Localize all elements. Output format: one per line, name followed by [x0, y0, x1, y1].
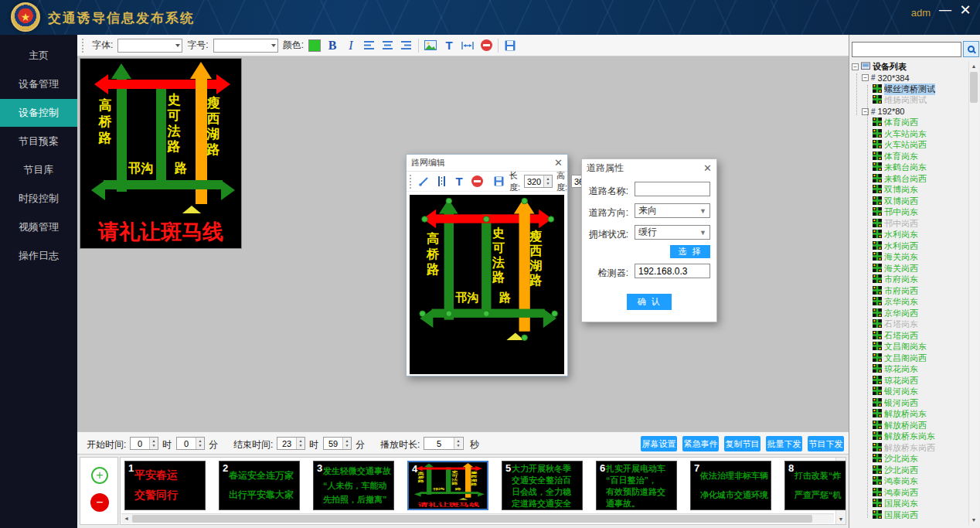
close-icon[interactable]: ✕	[703, 162, 712, 174]
draw-line-icon[interactable]	[417, 174, 430, 189]
draw-road-icon[interactable]	[434, 174, 448, 189]
dialog-titlebar[interactable]: 道路属性 ✕	[582, 159, 716, 176]
device-search-input[interactable]	[852, 42, 961, 57]
tree-device-item[interactable]: 邗中岗西	[850, 218, 970, 230]
scroll-down-icon[interactable]: ▼	[969, 515, 978, 525]
tree-group[interactable]: −#320*384	[850, 73, 970, 84]
end-hour-stepper[interactable]: ▲▼	[277, 437, 305, 450]
program-thumbnail-4[interactable]: 4高桥路史可法路瘦西湖路邗沟路请礼让斑马线	[407, 461, 488, 510]
tree-device-item[interactable]: 来鹤台岗西	[850, 173, 970, 185]
sidebar-item-6[interactable]: 视频管理	[0, 213, 77, 241]
size-select[interactable]	[213, 39, 278, 53]
insert-image-icon[interactable]	[424, 38, 437, 53]
tree-device-item[interactable]: 邗中岗东	[850, 207, 970, 219]
congestion-select[interactable]: 缓行▼	[635, 225, 710, 240]
tree-device-item[interactable]: 双博岗东	[850, 185, 970, 196]
sidebar-item-1[interactable]: 设备管理	[0, 70, 77, 98]
edit-handle[interactable]	[421, 216, 428, 222]
sidebar-item-0[interactable]: 主页	[0, 42, 77, 70]
tree-device-item[interactable]: 银河岗西	[850, 397, 970, 409]
select-button[interactable]: 选 择	[670, 245, 710, 258]
horizontal-scrollbar[interactable]: ◄	[121, 513, 834, 523]
edit-handle[interactable]	[445, 197, 452, 203]
action-button-1[interactable]: 紧急事件	[682, 436, 719, 451]
align-right-icon[interactable]	[400, 38, 413, 53]
tree-device-item[interactable]: 体育岗西	[850, 118, 970, 129]
tree-device-item[interactable]: 银河岗东	[850, 387, 970, 398]
scroll-up-icon[interactable]: ▲	[969, 61, 978, 71]
tree-device-item[interactable]: 京华岗东	[850, 297, 970, 308]
tree-device-item[interactable]: 解放桥东岗东	[850, 431, 970, 443]
program-thumbnail-3[interactable]: 3发生轻微交通事故“人未伤，车能动先拍照，后撤离”	[313, 461, 394, 510]
spinner-arrows-icon[interactable]: ▲▼	[196, 438, 204, 449]
tree-device-item[interactable]: 石塔岗东	[850, 319, 970, 331]
tree-device-item[interactable]: 维扬岗测试	[850, 95, 970, 107]
edit-handle[interactable]	[521, 197, 528, 203]
tree-device-item[interactable]: 解放桥岗西	[850, 420, 970, 431]
program-thumbnail-6[interactable]: 6扎实开展电动车“百日整治”，有效预防道路交通事故。	[596, 461, 677, 510]
edit-handle[interactable]	[483, 216, 490, 222]
tree-device-item[interactable]: 海关岗东	[850, 252, 970, 264]
tree-device-item[interactable]: 双博岗西	[850, 196, 970, 207]
delete-icon[interactable]	[470, 174, 484, 189]
font-select[interactable]	[117, 39, 182, 53]
spinner-arrows-icon[interactable]: ▲▼	[543, 175, 552, 187]
sidebar-item-2[interactable]: 设备控制	[0, 99, 77, 127]
tree-device-item[interactable]: 解放桥东岗西	[850, 442, 970, 454]
tree-collapse-icon[interactable]: −	[862, 74, 869, 81]
italic-button[interactable]: I	[344, 38, 358, 53]
start-hour-stepper[interactable]: ▲▼	[130, 437, 158, 450]
tree-device-item[interactable]: 沙北岗西	[850, 465, 970, 476]
road-editor-canvas[interactable]: 高桥路史可法路瘦西湖路邗沟路	[410, 195, 564, 374]
text-tool-button[interactable]: T	[452, 174, 466, 189]
tree-device-item[interactable]: 京华岗西	[850, 308, 970, 319]
tree-vertical-scrollbar[interactable]: ▲ ▼	[968, 61, 978, 525]
road-direction-select[interactable]: 来向▼	[635, 203, 710, 218]
edit-handle[interactable]	[547, 216, 554, 222]
length-stepper[interactable]: ▲▼	[524, 175, 553, 188]
spinner-arrows-icon[interactable]: ▲▼	[296, 438, 305, 449]
tree-device-item[interactable]: 体育岗东	[850, 151, 970, 162]
spinner-arrows-icon[interactable]: ▲▼	[342, 438, 351, 449]
action-button-0[interactable]: 屏幕设置	[641, 436, 677, 451]
tree-device-item[interactable]: 市府岗西	[850, 285, 970, 297]
tree-device-item[interactable]: 火车站岗东	[850, 128, 970, 140]
tree-device-item[interactable]: 国展岗西	[850, 509, 970, 521]
program-thumbnail-2[interactable]: 2春运安全连万家出行平安靠大家	[219, 461, 300, 510]
detector-field[interactable]	[635, 264, 710, 278]
tree-group[interactable]: −#192*80	[850, 106, 970, 118]
tree-device-item[interactable]: 石塔岗西	[850, 330, 970, 342]
minimize-icon[interactable]: —	[937, 2, 954, 19]
bold-button[interactable]: B	[325, 38, 339, 53]
tree-device-item[interactable]: 鸿泰岗西	[850, 487, 970, 499]
tree-device-item[interactable]: 水利岗东	[850, 230, 970, 241]
sidebar-item-7[interactable]: 操作日志	[0, 242, 77, 270]
spinner-arrows-icon[interactable]: ▲▼	[454, 438, 462, 449]
tree-root[interactable]: −设备列表	[850, 61, 970, 73]
edit-handle[interactable]	[419, 310, 426, 316]
fit-width-icon[interactable]	[461, 38, 475, 53]
tree-device-item[interactable]: 琼花岗西	[850, 375, 970, 387]
program-thumbnail-7[interactable]: 7依法治理非标车辆净化城市交通环境	[690, 461, 771, 510]
tree-device-item[interactable]: 沙北岗东	[850, 454, 970, 465]
align-left-icon[interactable]	[362, 38, 376, 53]
program-thumbnail-8[interactable]: 8打击改装“炸严查严惩“机	[784, 461, 846, 510]
tree-device-item[interactable]: 海关岗西	[850, 263, 970, 274]
edit-handle[interactable]	[483, 310, 490, 316]
tree-collapse-icon[interactable]: −	[852, 63, 859, 70]
end-minute-stepper[interactable]: ▲▼	[323, 437, 352, 450]
tree-device-item[interactable]: 文昌阁岗东	[850, 342, 970, 353]
tree-device-item[interactable]: 市府岗东	[850, 274, 970, 286]
tree-device-item[interactable]: 来鹤台岗东	[850, 162, 970, 174]
dialog-titlebar[interactable]: 路网编辑 ✕	[407, 155, 567, 172]
sidebar-item-5[interactable]: 时段控制	[0, 185, 77, 213]
scroll-down-icon[interactable]: ▼	[836, 514, 846, 524]
action-button-2[interactable]: 复制节目	[724, 436, 761, 451]
tree-device-item[interactable]: 国展岗东	[850, 499, 970, 510]
color-swatch[interactable]	[308, 39, 321, 52]
remove-program-button[interactable]: −	[90, 493, 109, 512]
tree-device-item[interactable]: 鸿泰岗东	[850, 476, 970, 488]
align-center-icon[interactable]	[381, 38, 395, 53]
save-icon[interactable]	[492, 174, 505, 189]
scrollbar-thumb[interactable]	[132, 515, 812, 523]
